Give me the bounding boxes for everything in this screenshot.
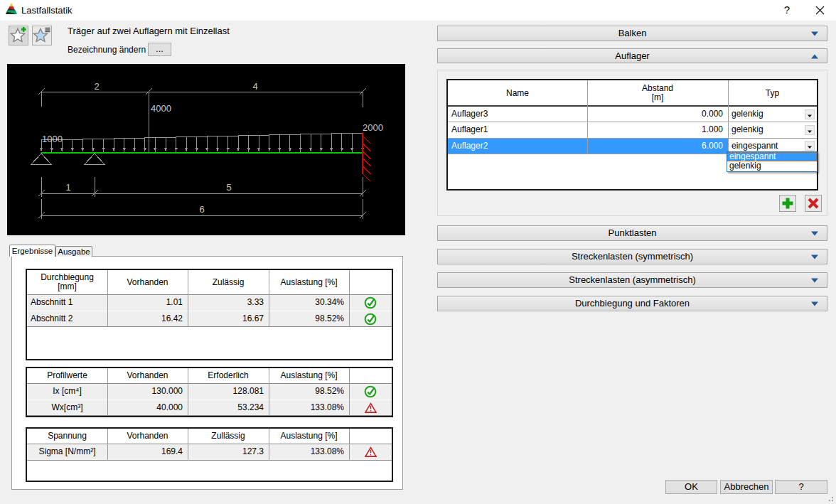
svg-text:2: 2 <box>94 81 99 92</box>
svg-text:5: 5 <box>226 182 231 193</box>
svg-text:1: 1 <box>65 182 70 193</box>
svg-text:2000: 2000 <box>363 122 383 133</box>
svg-text:4: 4 <box>252 81 257 92</box>
svg-text:6: 6 <box>199 204 204 215</box>
svg-text:1000: 1000 <box>42 134 63 144</box>
svg-text:4000: 4000 <box>151 103 171 114</box>
